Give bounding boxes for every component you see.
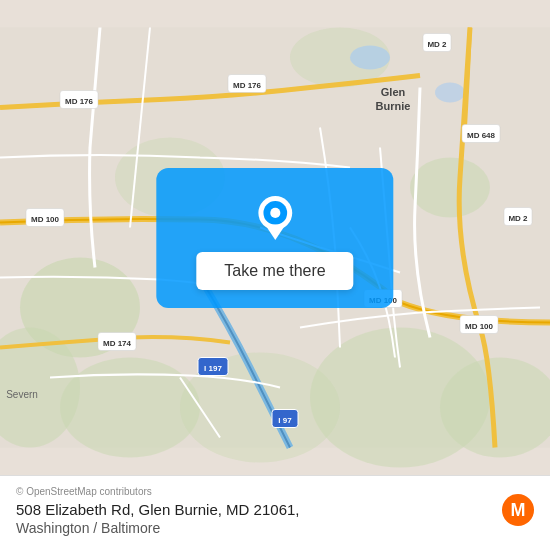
svg-point-10 bbox=[350, 46, 390, 70]
svg-text:MD 2: MD 2 bbox=[427, 40, 447, 49]
svg-text:MD 176: MD 176 bbox=[233, 81, 262, 90]
address-text: 508 Elizabeth Rd, Glen Burnie, MD 21061, bbox=[16, 501, 534, 518]
svg-text:MD 648: MD 648 bbox=[467, 131, 496, 140]
take-me-there-button[interactable]: Take me there bbox=[196, 252, 353, 290]
svg-point-11 bbox=[435, 83, 465, 103]
svg-point-3 bbox=[60, 358, 200, 458]
city-text: Washington / Baltimore bbox=[16, 520, 534, 536]
moovit-icon: M bbox=[502, 494, 534, 526]
cta-overlay: Take me there bbox=[156, 168, 393, 308]
svg-text:MD 100: MD 100 bbox=[31, 215, 60, 224]
svg-text:I 197: I 197 bbox=[204, 364, 222, 373]
svg-text:MD 176: MD 176 bbox=[65, 97, 94, 106]
map-area: MD 2 MD 176 MD 176 MD 100 MD 648 MD 100 … bbox=[0, 0, 550, 475]
moovit-logo: M bbox=[502, 494, 534, 526]
svg-point-7 bbox=[410, 158, 490, 218]
copyright-text: © OpenStreetMap contributors bbox=[16, 486, 534, 497]
location-pin-icon bbox=[253, 196, 297, 240]
svg-text:Burnie: Burnie bbox=[376, 100, 411, 112]
svg-text:MD 174: MD 174 bbox=[103, 339, 132, 348]
svg-text:MD 100: MD 100 bbox=[465, 322, 494, 331]
app-container: MD 2 MD 176 MD 176 MD 100 MD 648 MD 100 … bbox=[0, 0, 550, 550]
svg-text:MD 2: MD 2 bbox=[508, 214, 528, 223]
svg-text:Severn: Severn bbox=[6, 389, 38, 400]
svg-text:Glen: Glen bbox=[381, 86, 406, 98]
svg-point-39 bbox=[270, 207, 280, 217]
info-bar: © OpenStreetMap contributors 508 Elizabe… bbox=[0, 475, 550, 550]
svg-text:I 97: I 97 bbox=[278, 416, 292, 425]
destination-card: Take me there bbox=[156, 168, 393, 308]
